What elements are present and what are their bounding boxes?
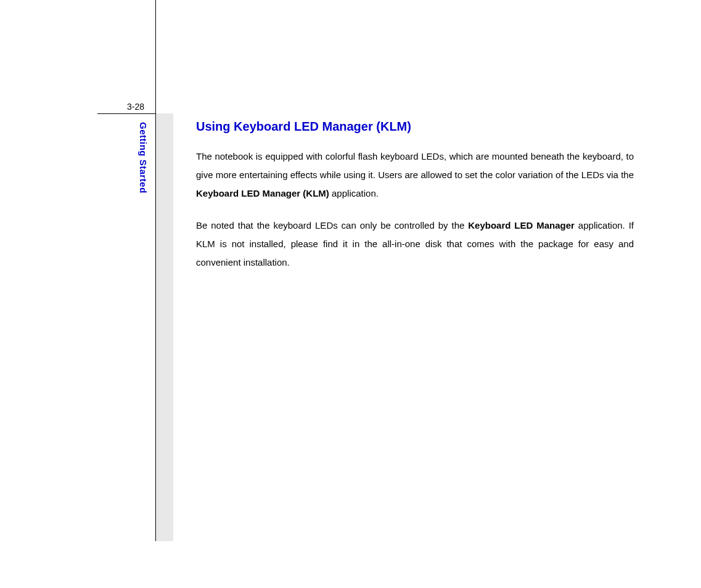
page-number: 3-28 [127,102,144,112]
content-area: Using Keyboard LED Manager (KLM) The not… [196,120,634,285]
page-heading: Using Keyboard LED Manager (KLM) [196,120,634,134]
paragraph-2-text-a: Be noted that the keyboard LEDs can only… [196,220,468,231]
paragraph-1-text-b: application. [329,188,379,198]
section-side-label: Getting Started [138,122,149,194]
paragraph-1-text-a: The notebook is equipped with colorful f… [196,151,634,180]
paragraph-2: Be noted that the keyboard LEDs can only… [196,216,634,272]
margin-column [156,113,173,541]
paragraph-1: The notebook is equipped with colorful f… [196,147,634,203]
paragraph-2-bold: Keyboard LED Manager [468,220,575,231]
page-number-underline [97,113,155,114]
paragraph-1-bold: Keyboard LED Manager (KLM) [196,188,329,198]
